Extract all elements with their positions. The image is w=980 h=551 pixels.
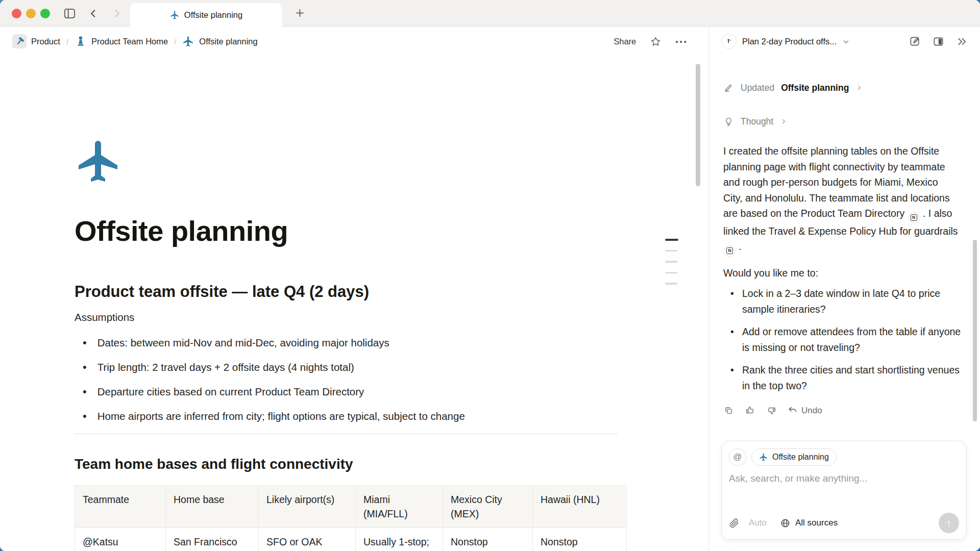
- table-cell[interactable]: San Francisco: [166, 528, 259, 551]
- mention-button[interactable]: @: [729, 448, 746, 466]
- main-pane: Product / Product Team Home / Of: [0, 27, 708, 551]
- mode-auto-label[interactable]: Auto: [749, 518, 767, 528]
- zoom-window-button[interactable]: [40, 9, 50, 18]
- thought-label: Thought: [741, 116, 773, 127]
- breadcrumb-separator: /: [65, 37, 69, 46]
- updated-page-row[interactable]: Updated Offsite planning: [723, 81, 966, 94]
- updated-page-link[interactable]: Offsite planning: [781, 83, 849, 93]
- subheading[interactable]: Team home bases and flight connectivity: [75, 455, 708, 474]
- undo-button[interactable]: Undo: [788, 406, 822, 416]
- new-thread-compose-icon[interactable]: [909, 36, 921, 47]
- lightbulb-icon: [723, 116, 734, 127]
- traffic-lights: [12, 9, 50, 18]
- tab-bar: Offsite planning: [0, 0, 980, 27]
- breadcrumb-label: Product: [31, 37, 60, 46]
- close-window-button[interactable]: [12, 9, 21, 18]
- list-item[interactable]: Trip length: 2 travel days + 2 offsite d…: [75, 355, 708, 380]
- column-header[interactable]: Hawaii (HNL): [533, 486, 627, 528]
- context-chip-label: Offsite planning: [772, 453, 829, 462]
- share-button[interactable]: Share: [614, 37, 636, 46]
- sidebar-toggle-icon[interactable]: [63, 7, 77, 20]
- assumptions-list: Dates: between mid-Nov and mid-Dec, avoi…: [75, 331, 708, 429]
- suggestion-item[interactable]: Rank the three cities and start shortlis…: [723, 362, 963, 393]
- suggestion-list: Lock in a 2–3 date window in late Q4 to …: [723, 286, 966, 393]
- breadcrumb-separator: /: [173, 37, 177, 46]
- ai-input[interactable]: [729, 473, 959, 484]
- ai-sidebar: Plan 2-day Product offs...: [708, 27, 980, 551]
- breadcrumb-label: Product Team Home: [91, 37, 168, 46]
- forward-icon[interactable]: [111, 8, 122, 19]
- notion-page-badge-icon[interactable]: N: [724, 245, 736, 257]
- suggestion-item[interactable]: Add or remove attendees from the table i…: [723, 324, 963, 355]
- attach-paperclip-icon[interactable]: [729, 518, 740, 529]
- copy-icon[interactable]: [723, 405, 734, 416]
- app-window: Offsite planning Product /: [0, 0, 980, 551]
- panel-layout-icon[interactable]: [933, 36, 944, 47]
- assistant-message: I created the offsite planning tables on…: [723, 143, 959, 257]
- favorite-star-icon[interactable]: [650, 36, 661, 47]
- assistant-prompt: Would you like me to:: [723, 267, 966, 279]
- list-item[interactable]: Home airports are inferred from city; fl…: [75, 404, 708, 429]
- breadcrumb-item-product-team-home[interactable]: Product Team Home: [75, 35, 168, 47]
- updated-label: Updated: [741, 83, 774, 93]
- plane-icon: [759, 453, 768, 462]
- chevron-down-icon[interactable]: [842, 38, 850, 45]
- header-actions: Share •••: [614, 36, 688, 47]
- breadcrumb-label: Offsite planning: [199, 37, 257, 46]
- table-cell[interactable]: Usually 1-stop;: [356, 528, 443, 551]
- page-header: Product / Product Team Home / Of: [0, 27, 708, 56]
- divider: [75, 434, 618, 434]
- globe-icon: [780, 518, 791, 529]
- breadcrumb: Product / Product Team Home / Of: [12, 34, 258, 48]
- tab-title: Offsite planning: [184, 10, 242, 20]
- suggestion-item[interactable]: Lock in a 2–3 date window in late Q4 to …: [723, 286, 963, 317]
- main-scrollbar[interactable]: [696, 64, 700, 186]
- document-body: Offsite planning Product team offsite — …: [0, 56, 708, 551]
- sidebar-scrollbar[interactable]: [973, 240, 977, 421]
- send-button[interactable]: ↑: [939, 513, 959, 533]
- breadcrumb-item-offsite-planning[interactable]: Offsite planning: [182, 35, 257, 47]
- table-cell[interactable]: SFO or OAK: [259, 528, 356, 551]
- column-header[interactable]: Teammate: [75, 486, 166, 528]
- plane-icon: [182, 35, 194, 47]
- section-heading[interactable]: Product team offsite — late Q4 (2 days): [75, 282, 708, 302]
- ai-conversation: Updated Offsite planning Thought I creat…: [709, 56, 980, 441]
- thought-row[interactable]: Thought: [723, 115, 966, 128]
- list-item[interactable]: Dates: between mid-Nov and mid-Dec, avoi…: [75, 331, 708, 355]
- undo-arrow-icon: [788, 406, 798, 416]
- chevron-right-icon: [780, 118, 787, 125]
- breadcrumb-item-product[interactable]: Product: [12, 34, 60, 48]
- more-options-icon[interactable]: •••: [675, 37, 688, 46]
- column-header[interactable]: Mexico City (MEX): [443, 486, 533, 528]
- connectivity-table: Teammate Home base Likely airport(s) Mia…: [75, 485, 627, 551]
- column-header[interactable]: Likely airport(s): [259, 486, 356, 528]
- all-sources-button[interactable]: All sources: [780, 518, 838, 529]
- notion-page-badge-icon[interactable]: N: [908, 212, 920, 223]
- tab-offsite-planning[interactable]: Offsite planning: [130, 3, 282, 27]
- page-plane-icon[interactable]: [75, 137, 124, 186]
- minimize-window-button[interactable]: [26, 9, 36, 18]
- table-cell[interactable]: Nonstop: [443, 528, 533, 551]
- table-cell[interactable]: @Katsu: [75, 528, 166, 551]
- chevron-right-icon: [855, 84, 863, 91]
- thumbs-down-icon[interactable]: [766, 405, 777, 416]
- back-icon[interactable]: [88, 8, 100, 19]
- thread-title[interactable]: Plan 2-day Product offs...: [742, 37, 837, 46]
- collapse-sidebar-double-chevron-icon[interactable]: [956, 36, 968, 47]
- page-title[interactable]: Offsite planning: [75, 214, 708, 248]
- new-tab-icon[interactable]: [294, 7, 306, 19]
- list-item[interactable]: Departure cities based on current Produc…: [75, 380, 708, 404]
- thumbs-up-icon[interactable]: [745, 405, 755, 416]
- ai-composer: @ Offsite planning Auto A: [721, 441, 967, 540]
- message-actions: Undo: [723, 405, 966, 416]
- column-header[interactable]: Miami (MIA/FLL): [356, 486, 443, 528]
- up-arrow-icon: ↑: [946, 517, 951, 529]
- table-of-contents-indicator[interactable]: [665, 239, 678, 285]
- pawn-icon: [75, 35, 87, 47]
- column-header[interactable]: Home base: [166, 486, 259, 528]
- table-cell[interactable]: Nonstop: [533, 528, 627, 551]
- ai-sidebar-header: Plan 2-day Product offs...: [709, 27, 980, 56]
- edit-pencil-icon: [723, 83, 734, 93]
- assumptions-label[interactable]: Assumptions: [75, 311, 708, 323]
- context-chip-offsite-planning[interactable]: Offsite planning: [751, 448, 837, 466]
